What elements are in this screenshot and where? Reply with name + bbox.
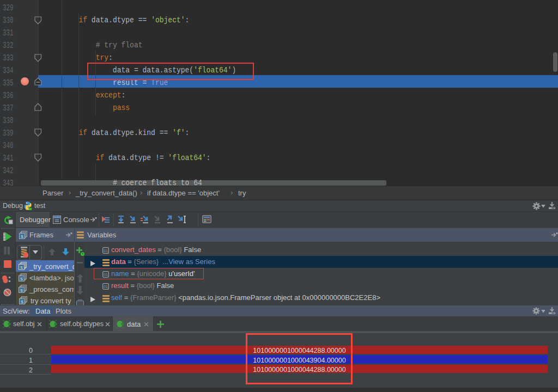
svg-text:s: s — [20, 265, 23, 270]
svg-text:s: s — [21, 299, 23, 304]
svg-text:s: s — [20, 287, 23, 293]
svg-text:01: 01 — [104, 249, 108, 253]
svg-text:01: 01 — [104, 285, 108, 289]
svg-text:s: s — [21, 234, 23, 239]
svg-text:s: s — [20, 276, 23, 281]
